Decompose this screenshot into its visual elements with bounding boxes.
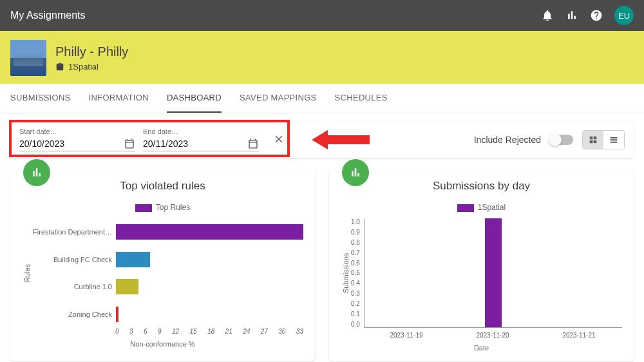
category-label: Zoning Check	[32, 310, 116, 318]
category-label: Building FC Check	[32, 256, 116, 263]
calendar-icon[interactable]	[247, 138, 259, 149]
hbar-plot: Rules Firestation Department…Building FC…	[22, 218, 303, 328]
include-rejected-toggle[interactable]	[550, 135, 573, 145]
vbar-col	[450, 218, 536, 327]
chart-legend: Top Rules	[22, 203, 303, 212]
tab-dashboard[interactable]: DASHBOARD	[167, 84, 222, 113]
start-date-field: Start date…	[19, 128, 135, 151]
topbar-actions: EU	[541, 6, 634, 25]
chart-badge	[342, 159, 369, 186]
chart-icon[interactable]	[565, 9, 578, 22]
legend-swatch	[135, 204, 152, 212]
bar	[116, 279, 138, 294]
tab-submissions[interactable]: SUBMISSIONS	[10, 84, 71, 113]
end-date-input[interactable]	[143, 138, 233, 149]
end-date-label: End date…	[143, 128, 259, 135]
date-range: Start date… End date…	[19, 128, 285, 151]
view-toggle	[582, 130, 625, 149]
chart-icon	[30, 166, 43, 179]
chart-icon	[349, 166, 362, 179]
x-axis-ticks: 2023-11-192023-11-202023-11-21	[363, 328, 622, 339]
project-header: Philly - Philly 1Spatial	[0, 32, 644, 84]
bar	[116, 307, 118, 322]
bar	[116, 224, 303, 240]
vbar-col	[536, 218, 622, 327]
chart-badge	[23, 159, 50, 186]
legend-swatch	[457, 204, 474, 212]
filter-right: Include Rejected	[474, 130, 625, 149]
bar	[485, 218, 502, 327]
list-view-button[interactable]	[603, 131, 624, 149]
clipboard-icon	[55, 62, 64, 71]
x-axis-ticks: 03691215182124273033	[115, 328, 303, 335]
start-date-label: Start date…	[19, 128, 135, 135]
tab-saved-mappings[interactable]: SAVED MAPPINGS	[240, 84, 317, 113]
annotation-arrow	[312, 130, 370, 149]
bar	[116, 252, 150, 267]
x-axis-label: Date	[341, 344, 622, 352]
close-icon[interactable]	[273, 133, 285, 145]
svg-marker-0	[312, 130, 370, 149]
help-icon[interactable]	[590, 9, 603, 22]
project-org: 1Spatial	[55, 62, 128, 71]
y-axis-label: Rules	[22, 218, 32, 328]
chart-legend: 1Spatial	[341, 203, 622, 212]
vbar-col	[365, 218, 450, 327]
chart-title: Submissions by day	[341, 180, 622, 193]
y-axis-ticks: 1.00.90.80.70.60.50.40.30.20.10.0	[351, 218, 364, 328]
hbar-row: Curbline 1.0	[32, 273, 303, 301]
hbar-row: Building FC Check	[32, 246, 303, 274]
grid-icon	[588, 135, 598, 145]
vbar-plot: Submissions 1.00.90.80.70.60.50.40.30.20…	[341, 218, 622, 328]
page-title: My Assignments	[10, 10, 541, 21]
filter-bar: Start date… End date… Include Rejected	[10, 121, 634, 158]
list-icon	[609, 135, 619, 145]
calendar-icon[interactable]	[124, 138, 135, 149]
chart-top-violated-rules: Top violated rules Top Rules Rules Fires…	[10, 171, 315, 361]
chart-submissions-by-day: Submissions by day 1Spatial Submissions …	[329, 171, 634, 361]
grid-view-button[interactable]	[583, 131, 603, 149]
hbar-row: Zoning Check	[32, 301, 303, 329]
hbar-row: Firestation Department…	[32, 218, 303, 246]
category-label: Curbline 1.0	[32, 283, 116, 291]
end-date-field: End date…	[143, 128, 259, 151]
chart-title: Top violated rules	[22, 180, 303, 193]
start-date-input[interactable]	[19, 138, 109, 149]
tab-information[interactable]: INFORMATION	[89, 84, 149, 113]
project-title: Philly - Philly	[55, 44, 128, 59]
app-topbar: My Assignments EU	[0, 0, 644, 31]
x-axis-label: Non-conformance %	[22, 340, 303, 348]
project-thumbnail	[10, 40, 46, 76]
charts-row: Top violated rules Top Rules Rules Fires…	[0, 158, 644, 362]
tabs: SUBMISSIONS INFORMATION DASHBOARD SAVED …	[0, 84, 644, 113]
bell-icon[interactable]	[541, 9, 554, 22]
tab-schedules[interactable]: SCHEDULES	[335, 84, 388, 113]
y-axis-label: Submissions	[341, 218, 351, 328]
project-info: Philly - Philly 1Spatial	[55, 44, 128, 71]
avatar[interactable]: EU	[614, 6, 634, 25]
category-label: Firestation Department…	[32, 228, 116, 236]
project-org-text: 1Spatial	[68, 62, 99, 71]
include-rejected-label: Include Rejected	[474, 135, 541, 145]
